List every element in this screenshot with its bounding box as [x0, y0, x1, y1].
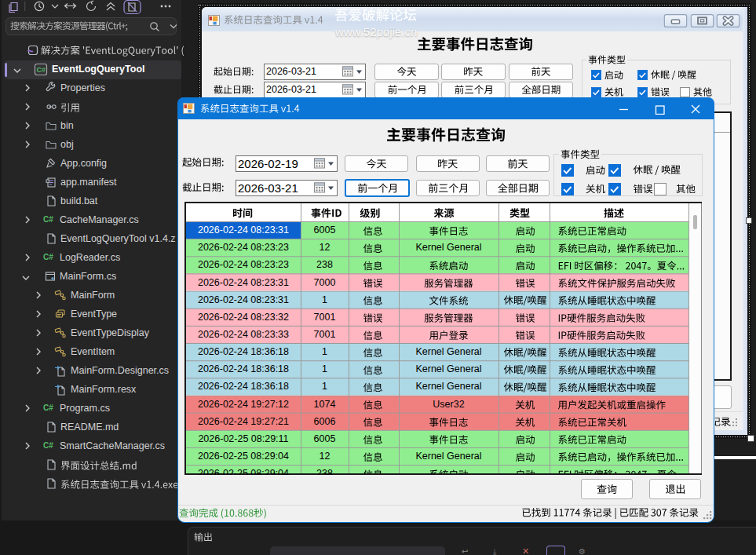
svg-text:C#: C#	[43, 253, 53, 261]
svg-text:C#: C#	[43, 215, 53, 224]
svg-text:C#: C#	[43, 403, 53, 412]
svg-text:C#: C#	[43, 441, 53, 450]
svg-text:C#: C#	[37, 66, 46, 74]
